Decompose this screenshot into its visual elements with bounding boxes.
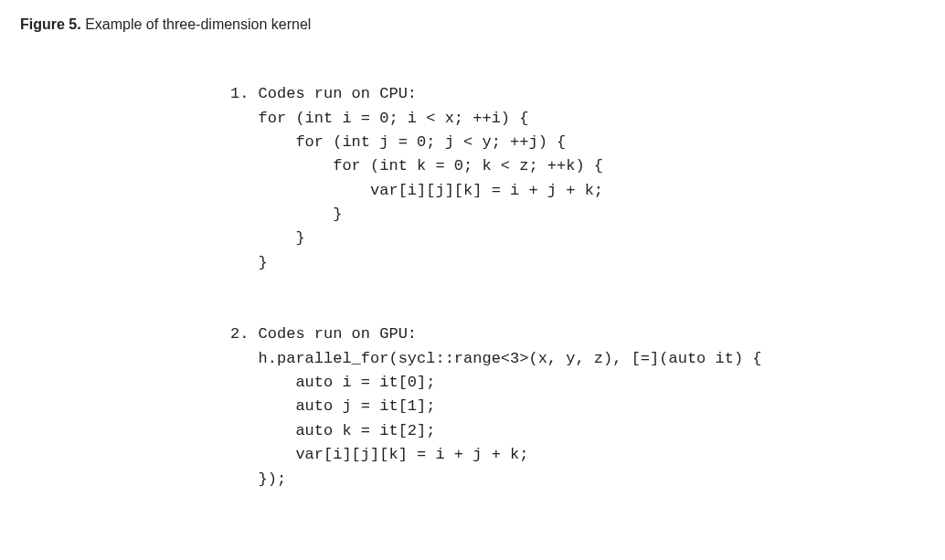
document-container: Figure 5. Example of three-dimension ker…: [0, 0, 945, 508]
code-line: var[i][j][k] = i + j + k;: [230, 446, 528, 463]
code-line: h.parallel_for(sycl::range<3>(x, y, z), …: [230, 350, 762, 367]
code-line: }: [230, 206, 342, 223]
code-line: });: [230, 470, 286, 488]
code-line: for (int j = 0; j < y; ++j) {: [230, 133, 566, 151]
code-line: for (int i = 0; i < x; ++i) {: [230, 110, 528, 127]
figure-caption-text: Example of three-dimension kernel: [85, 16, 311, 32]
code-line: auto i = it[0];: [230, 374, 435, 391]
code-line: }: [230, 229, 305, 247]
code-line: auto j = it[1];: [230, 397, 435, 415]
code-line: var[i][j][k] = i + j + k;: [230, 182, 603, 199]
code-block: 1. Codes run on CPU: for (int i = 0; i <…: [230, 58, 925, 491]
code-line: auto k = it[2];: [230, 422, 435, 439]
figure-label: Figure 5.: [20, 16, 81, 32]
section-spacer: [230, 275, 925, 299]
section2-title: 2. Codes run on GPU:: [230, 325, 417, 343]
figure-caption: Figure 5. Example of three-dimension ker…: [20, 16, 925, 33]
code-line: }: [230, 254, 268, 271]
code-line: for (int k = 0; k < z; ++k) {: [230, 157, 603, 174]
section1-title: 1. Codes run on CPU:: [230, 85, 417, 102]
